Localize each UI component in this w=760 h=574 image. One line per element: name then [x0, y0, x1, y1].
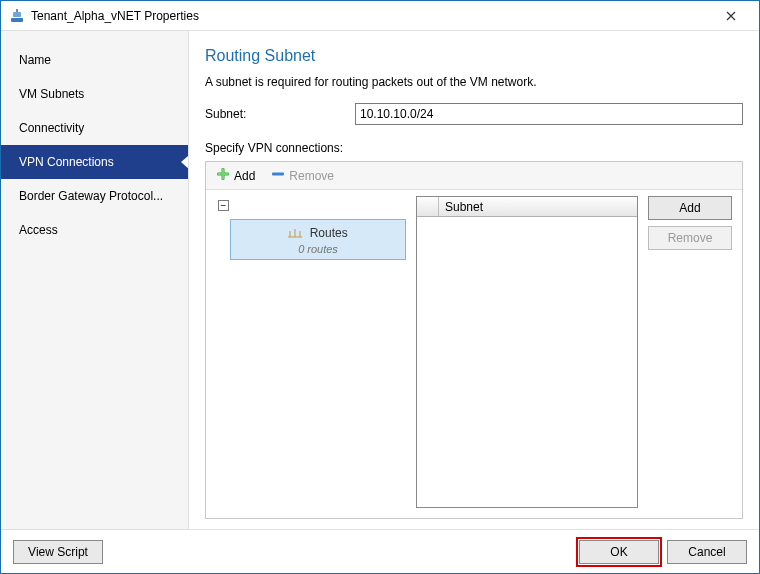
plus-icon [216, 167, 230, 184]
ok-button[interactable]: OK [579, 540, 659, 564]
svg-rect-6 [218, 173, 229, 175]
svg-rect-1 [13, 12, 21, 17]
svg-rect-2 [16, 9, 18, 12]
subnet-buttons: Add Remove [648, 196, 732, 508]
tree-collapse-toggle[interactable]: − [218, 200, 229, 211]
tree-node-routes[interactable]: Routes 0 routes [230, 219, 406, 260]
properties-window: Tenant_Alpha_vNET Properties Name VM Sub… [0, 0, 760, 574]
titlebar: Tenant_Alpha_vNET Properties [1, 1, 759, 31]
routes-label: Routes [310, 226, 348, 240]
sidebar-item-bgp[interactable]: Border Gateway Protocol... [1, 179, 188, 213]
vpn-connections-panel: Add Remove − [205, 161, 743, 519]
svg-rect-0 [11, 18, 23, 22]
subnet-label: Subnet: [205, 107, 355, 121]
dialog-footer: View Script OK Cancel [1, 529, 759, 573]
sidebar-item-connectivity[interactable]: Connectivity [1, 111, 188, 145]
subnet-list[interactable]: Subnet [416, 196, 638, 508]
routes-subnet-pane: Subnet Add Remove [416, 196, 732, 508]
sidebar-item-vm-subnets[interactable]: VM Subnets [1, 77, 188, 111]
close-button[interactable] [711, 2, 751, 30]
sidebar-item-access[interactable]: Access [1, 213, 188, 247]
routes-count: 0 routes [237, 243, 399, 255]
dialog-body: Name VM Subnets Connectivity VPN Connect… [1, 31, 759, 529]
vpn-toolbar: Add Remove [206, 162, 742, 190]
subnet-header-gutter [417, 197, 439, 216]
subnet-list-header: Subnet [417, 197, 637, 217]
specify-vpn-label: Specify VPN connections: [205, 141, 743, 155]
routes-icon [288, 227, 302, 241]
sidebar-item-name[interactable]: Name [1, 43, 188, 77]
minus-icon [271, 167, 285, 184]
svg-rect-7 [272, 173, 284, 176]
view-script-button[interactable]: View Script [13, 540, 103, 564]
page-title: Routing Subnet [205, 47, 743, 65]
sidebar: Name VM Subnets Connectivity VPN Connect… [1, 31, 189, 529]
content-pane: Routing Subnet A subnet is required for … [189, 31, 759, 529]
subnet-input[interactable] [355, 103, 743, 125]
subnet-rows [417, 217, 637, 507]
toolbar-add-label: Add [234, 169, 255, 183]
window-title: Tenant_Alpha_vNET Properties [31, 9, 711, 23]
subnet-column-header[interactable]: Subnet [439, 200, 489, 214]
cancel-button[interactable]: Cancel [667, 540, 747, 564]
sidebar-item-vpn-connections[interactable]: VPN Connections [1, 145, 188, 179]
subnet-remove-button: Remove [648, 226, 732, 250]
subnet-add-button[interactable]: Add [648, 196, 732, 220]
subnet-field-row: Subnet: [205, 103, 743, 125]
toolbar-add-button[interactable]: Add [212, 165, 259, 186]
connection-tree: − [216, 196, 406, 508]
toolbar-remove-label: Remove [289, 169, 334, 183]
app-icon [9, 8, 25, 24]
page-description: A subnet is required for routing packets… [205, 75, 743, 89]
toolbar-remove-button: Remove [267, 165, 338, 186]
vpn-body: − [206, 190, 742, 518]
